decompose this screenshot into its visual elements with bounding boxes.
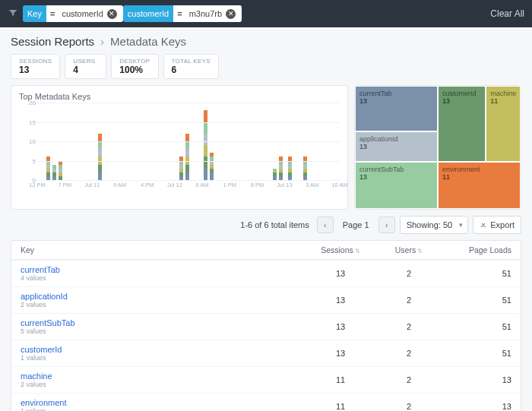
chart-bar[interactable]: [210, 153, 214, 180]
cell-users: 2: [375, 322, 443, 331]
col-users[interactable]: Users⇅: [375, 245, 443, 255]
treemap-cell[interactable]: currentTab13: [355, 86, 438, 131]
table-row[interactable]: applicationId2 values13251: [11, 286, 521, 313]
cell-users: 2: [375, 349, 443, 358]
stat-value: 4: [73, 65, 98, 75]
pager-info: 1-6 of 6 total items: [240, 220, 309, 229]
stat-value: 6: [172, 65, 211, 75]
treemap-label: machine: [490, 90, 516, 97]
cell-page-loads: 13: [443, 402, 511, 411]
page-size-select[interactable]: Showing: 50: [400, 216, 469, 234]
cell-page-loads: 51: [443, 349, 511, 358]
chart-bar[interactable]: [273, 169, 277, 180]
filter-chip[interactable]: Key=customerId ✕: [23, 5, 123, 22]
cell-page-loads: 51: [443, 269, 511, 278]
key-sub: 5 values: [21, 327, 306, 335]
key-name[interactable]: currentSubTab: [21, 318, 306, 327]
treemap-cell[interactable]: environment11: [438, 162, 521, 209]
next-page-button[interactable]: ›: [378, 217, 395, 233]
chip-op: =: [173, 5, 185, 22]
stat-value: 100%: [119, 65, 150, 75]
filter-bar: Key=customerId ✕customerId=m3nu7rb ✕ Cle…: [0, 0, 532, 27]
filter-icon: [8, 8, 18, 21]
cell-sessions: 13: [306, 296, 375, 305]
key-sub: 2 values: [21, 301, 306, 308]
treemap-label: customerId: [442, 90, 481, 97]
pager-top: 1-6 of 6 total items ‹ Page 1 › Showing:…: [0, 210, 532, 240]
key-name[interactable]: currentTab: [21, 265, 306, 274]
col-sessions[interactable]: Sessions⇅: [306, 245, 375, 255]
treemap-label: environment: [442, 166, 516, 173]
table-row[interactable]: currentSubTab5 values13251: [11, 313, 521, 340]
chart-bar[interactable]: [204, 110, 207, 180]
stacked-bar-chart: 05101520 12 PM7 PMJul 119 AM4 PMJul 126 …: [19, 103, 340, 194]
table-header: Key Sessions⇅ Users⇅ Page Loads: [11, 241, 521, 260]
filter-chip[interactable]: customerId=m3nu7rb ✕: [123, 5, 242, 22]
chevron-right-icon: ›: [100, 35, 104, 48]
breadcrumb: Session Reports › Metadata Keys: [0, 27, 532, 54]
treemap-value: 11: [442, 173, 516, 181]
stat-label: SESSIONS: [19, 58, 52, 65]
chip-value: m3nu7rb ✕: [186, 5, 242, 22]
key-name[interactable]: customerId: [21, 345, 306, 354]
cell-page-loads: 13: [443, 375, 511, 384]
key-sub: 4 values: [21, 274, 306, 282]
sort-icon: ⇅: [417, 248, 423, 255]
treemap-cell[interactable]: customerId13: [438, 86, 486, 162]
key-sub: 1 values: [21, 354, 306, 362]
cell-page-loads: 51: [443, 322, 511, 331]
prev-page-button[interactable]: ‹: [317, 217, 334, 233]
export-label: Export: [490, 220, 515, 229]
treemap-value: 13: [442, 97, 481, 105]
key-name[interactable]: applicationId: [21, 292, 306, 301]
cell-sessions: 11: [306, 375, 375, 384]
close-icon[interactable]: ✕: [226, 9, 236, 19]
top-metadata-chart: Top Metadata Keys 05101520 12 PM7 PMJul …: [11, 85, 348, 210]
stat-box: DESKTOP100%: [111, 54, 158, 79]
cell-sessions: 11: [306, 402, 375, 411]
cell-sessions: 13: [306, 349, 375, 358]
table-row[interactable]: currentTab4 values13251: [11, 260, 521, 286]
chip-key: customerId: [123, 5, 173, 22]
chip-key: Key: [23, 5, 46, 22]
treemap-cell[interactable]: applicationId13: [355, 131, 438, 163]
treemap-value: 13: [359, 173, 433, 181]
treemap-cell[interactable]: machine11: [486, 86, 521, 162]
stat-box: TOTAL KEYS6: [163, 54, 219, 79]
key-sub: 2 values: [21, 381, 306, 388]
close-icon[interactable]: ✕: [107, 9, 117, 19]
stat-box: SESSIONS13: [11, 54, 60, 79]
cell-users: 2: [375, 375, 443, 384]
chart-title: Top Metadata Keys: [19, 92, 340, 101]
table-row[interactable]: customerId1 values13251: [11, 340, 521, 366]
col-key[interactable]: Key: [21, 245, 306, 255]
breadcrumb-root[interactable]: Session Reports: [11, 35, 94, 48]
treemap-label: applicationId: [359, 135, 433, 143]
cell-sessions: 13: [306, 269, 375, 278]
treemap-value: 11: [490, 97, 516, 105]
chart-bar[interactable]: [52, 165, 56, 180]
cell-users: 2: [375, 269, 443, 278]
treemap-label: currentSubTab: [359, 166, 433, 173]
stat-row: SESSIONS13USERS4DESKTOP100%TOTAL KEYS6: [0, 54, 532, 85]
treemap-cell[interactable]: currentSubTab13: [355, 162, 438, 209]
chip-value: customerId ✕: [59, 5, 122, 22]
treemap-label: currentTab: [359, 90, 433, 97]
download-icon: [480, 220, 487, 229]
cell-page-loads: 51: [443, 296, 511, 305]
cell-users: 2: [375, 296, 443, 305]
export-button[interactable]: Export: [473, 216, 521, 234]
chip-op: =: [46, 5, 59, 22]
treemap-value: 13: [359, 97, 433, 105]
key-name[interactable]: machine: [21, 371, 306, 381]
treemap-value: 13: [359, 143, 433, 150]
col-page-loads[interactable]: Page Loads: [443, 245, 511, 255]
page-label: Page 1: [338, 220, 374, 229]
chart-bar[interactable]: [59, 161, 62, 180]
clear-all-link[interactable]: Clear All: [490, 8, 524, 19]
table-row[interactable]: machine2 values11213: [11, 366, 521, 393]
cell-sessions: 13: [306, 322, 375, 331]
table-row[interactable]: environment1 values11213: [11, 393, 521, 411]
stat-label: TOTAL KEYS: [172, 58, 211, 65]
key-name[interactable]: environment: [21, 398, 306, 407]
